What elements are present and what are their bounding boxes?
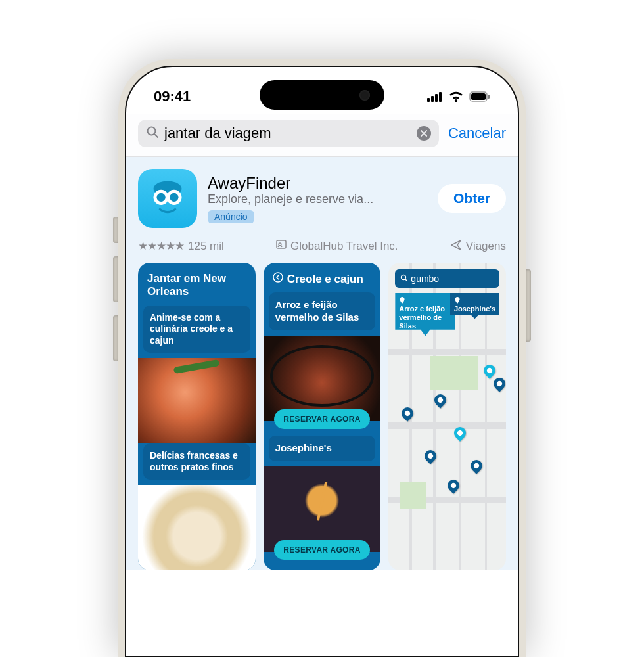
cancel-button[interactable]: Cancelar [448,125,506,142]
svg-rect-0 [427,98,430,102]
reserve-button[interactable]: RESERVAR AGORA [274,409,369,429]
promo-cards-row: Jantar em New Orleans Anime-se com a cul… [126,263,518,570]
map-callout[interactable]: Josephine's [450,293,499,319]
rating-count: 125 mil [188,240,224,253]
power-button[interactable] [526,269,531,342]
promo-card-1[interactable]: Jantar em New Orleans Anime-se com a cul… [138,263,256,570]
star-rating-icon: ★★★★★ [138,239,184,253]
map-pin-icon[interactable] [492,375,506,392]
app-subtitle: Explore, planeje e reserve via... [208,193,427,206]
map-pin-icon[interactable] [446,477,462,493]
card-subtitle: Delícias francesas e outros pratos finos [143,443,250,480]
search-icon [146,125,159,141]
card-subtitle: Anime-se com a culinária creole e a caju… [143,306,250,353]
status-time: 09:41 [154,88,191,105]
map-callout-text: Arroz e feijão vermelho de Silas [399,305,445,330]
map-pin-icon[interactable] [423,447,439,464]
app-result-row[interactable]: AwayFinder Explore, planeje e reserve vi… [126,169,518,228]
ad-badge: Anúncio [208,210,254,223]
clear-search-icon[interactable] [417,126,431,141]
food-image-cocktail [264,466,381,552]
svg-point-18 [273,273,283,282]
rating-info: ★★★★★ 125 mil [138,239,224,253]
map-callout-text: Josephine's [454,305,495,313]
svg-line-20 [405,279,407,281]
get-button[interactable]: Obter [438,184,506,213]
search-input[interactable] [164,125,411,142]
card-title: Creole e cajun [264,263,381,292]
volume-up-button[interactable] [113,256,118,302]
app-icon [138,169,197,228]
battery-icon [469,91,490,102]
volume-down-button[interactable] [113,315,118,361]
reserve-button[interactable]: RESERVAR AGORA [274,540,369,560]
search-ad-panel: AwayFinder Explore, planeje e reserve vi… [126,157,518,570]
developer-name: GlobalHub Travel Inc. [290,240,398,253]
svg-rect-1 [431,96,434,102]
promo-card-map[interactable]: gumbo Arroz e feijão vermelho de Silas J… [388,263,506,570]
airplane-icon [450,238,462,254]
developer-icon [276,239,287,253]
phone-frame: 09:41 [118,59,526,657]
silence-switch[interactable] [113,217,118,243]
svg-point-15 [170,193,178,202]
restaurant-name: Arroz e feijão vermelho de Silas [269,292,376,330]
card-title-text: Creole e cajun [287,273,363,286]
app-info-row: ★★★★★ 125 mil GlobalHub Travel Inc. Viag… [126,228,518,263]
food-image-shrimp [138,358,256,443]
food-image-gumbo [264,336,381,421]
restaurant-name: Josephine's [269,436,376,461]
cellular-signal-icon [427,91,443,102]
wifi-icon [448,91,464,102]
app-name: AwayFinder [208,174,427,193]
svg-point-19 [402,275,406,280]
svg-rect-2 [435,94,438,102]
search-field[interactable] [138,120,439,147]
svg-point-7 [148,127,156,135]
svg-rect-6 [488,95,490,99]
map-pin-icon[interactable] [432,392,449,408]
dynamic-island [260,80,384,110]
map-search-field[interactable]: gumbo [395,269,499,288]
card-title: Jantar em New Orleans [138,263,256,306]
back-arrow-icon [273,272,283,286]
svg-line-8 [155,135,158,138]
svg-rect-3 [439,92,442,102]
map-pin-icon[interactable] [400,405,416,421]
svg-point-14 [157,193,166,202]
map-search-text: gumbo [411,273,439,284]
map-callout[interactable]: Arroz e feijão vermelho de Silas [395,293,455,336]
promo-card-2[interactable]: Creole e cajun Arroz e feijão vermelho d… [264,263,381,570]
map-pin-icon[interactable] [469,457,485,474]
phone-screen: 09:41 [125,66,519,657]
search-icon [400,273,408,284]
food-image-pastry [138,485,256,570]
developer-info: GlobalHub Travel Inc. [276,239,398,253]
category-label: Viagens [466,240,506,253]
svg-rect-5 [471,93,486,100]
map-pin-icon[interactable] [482,362,498,378]
category-info: Viagens [450,238,506,254]
map-pin-icon[interactable] [452,424,469,441]
search-bar-row: Cancelar [126,114,518,157]
